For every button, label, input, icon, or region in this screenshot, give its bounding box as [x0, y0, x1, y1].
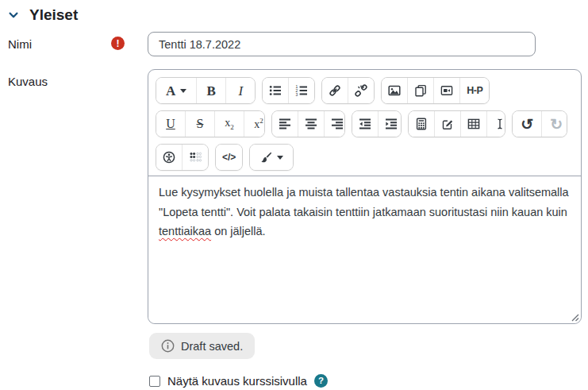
info-circle-icon: [161, 339, 175, 353]
align-right-icon: [331, 118, 344, 130]
atto-toolbar: A B I: [148, 70, 581, 171]
font-family-button[interactable]: A: [156, 78, 197, 103]
group-undo-redo: ↺ ↻: [512, 110, 567, 137]
clear-formatting-button[interactable]: [487, 111, 506, 137]
required-icon[interactable]: !: [111, 37, 125, 50]
resize-handle[interactable]: [571, 313, 579, 322]
toolbar-row-2: U S x2 x2: [156, 110, 574, 137]
editor-content-area[interactable]: Lue kysymykset huolella ja muista tallen…: [148, 176, 581, 323]
record-media-button[interactable]: [434, 78, 460, 103]
group-styles: [249, 144, 294, 171]
atto-editor: A B I: [148, 69, 582, 324]
chevron-down-icon: [180, 89, 186, 93]
svg-text:3: 3: [296, 92, 298, 97]
group-align: [271, 110, 345, 137]
paintbrush-icon: [259, 151, 272, 164]
group-accessibility: [156, 144, 209, 171]
name-input[interactable]: [148, 32, 536, 56]
media-documents-icon: [414, 84, 427, 97]
align-left-button[interactable]: [272, 111, 298, 137]
show-description-label: Näytä kuvaus kurssisivulla: [167, 374, 307, 388]
align-center-icon: [305, 118, 317, 130]
h5p-icon: H-P: [467, 86, 482, 96]
undo-button[interactable]: ↺: [513, 111, 542, 137]
strikethrough-icon: S: [192, 118, 208, 130]
name-label-cell: Nimi !: [0, 32, 148, 51]
outdent-icon: [359, 118, 371, 130]
superscript-icon: x2: [251, 118, 265, 130]
description-label: Kuvaus: [8, 75, 48, 88]
record-video-icon: [440, 84, 453, 97]
equation-button[interactable]: [409, 111, 435, 137]
accessibility-checker-button[interactable]: [156, 145, 183, 170]
undo-icon: ↺: [519, 117, 535, 132]
group-insert: [408, 110, 506, 137]
underline-icon: U: [163, 118, 179, 130]
misspelled-word: tenttiaikaa: [159, 225, 211, 237]
unlink-icon: [355, 84, 367, 97]
edit-square-icon: [441, 118, 454, 130]
toolbar-row-3: </>: [156, 144, 574, 171]
h5p-button[interactable]: H-P: [460, 78, 489, 103]
chevron-down-icon: [277, 156, 283, 160]
ordered-list-icon: 123: [295, 84, 308, 97]
insert-media-button[interactable]: [408, 78, 434, 103]
group-lists: 123: [262, 77, 315, 104]
name-label: Nimi: [8, 37, 32, 51]
accessibility-icon: [163, 151, 175, 164]
subscript-icon: x2: [221, 118, 237, 131]
draft-saved-text: Draft saved.: [181, 340, 243, 353]
screenreader-helper-button[interactable]: [183, 145, 208, 170]
help-icon[interactable]: ?: [314, 374, 328, 388]
superscript-button[interactable]: x2: [244, 111, 265, 137]
outdent-button[interactable]: [352, 111, 379, 137]
toolbar-row-1: A B I: [156, 77, 574, 104]
font-family-icon: A: [166, 84, 175, 98]
show-description-checkbox[interactable]: [149, 376, 160, 387]
link-icon: [329, 84, 341, 97]
unlink-button[interactable]: [348, 78, 374, 103]
ordered-list-button[interactable]: 123: [289, 78, 314, 103]
html-code-button[interactable]: </>: [216, 145, 242, 170]
chevron-down-icon[interactable]: [8, 10, 19, 21]
underline-button[interactable]: U: [156, 111, 186, 137]
braille-dots-icon: [189, 151, 202, 164]
align-right-button[interactable]: [325, 111, 345, 137]
group-text-format: U S x2 x2: [156, 110, 265, 137]
indent-button[interactable]: [379, 111, 401, 137]
group-font-style: A B I: [156, 77, 256, 104]
description-text: Lue kysymykset huolella ja muista tallen…: [159, 183, 571, 241]
html-code-icon: </>: [222, 153, 236, 162]
redo-icon: ↻: [548, 117, 564, 132]
styles-button[interactable]: [250, 145, 293, 170]
form-row-name: Nimi !: [0, 32, 588, 56]
form-row-description: Kuvaus A B I: [0, 69, 588, 324]
text-cursor-icon: [494, 118, 506, 130]
indent-icon: [385, 118, 398, 130]
table-button[interactable]: [461, 111, 487, 137]
special-character-button[interactable]: [435, 111, 461, 137]
link-button[interactable]: [322, 78, 348, 103]
image-icon: [388, 84, 401, 97]
italic-button[interactable]: I: [226, 78, 255, 103]
group-indent: [352, 110, 401, 137]
subscript-button[interactable]: x2: [215, 111, 244, 137]
redo-button[interactable]: ↻: [542, 111, 567, 137]
unordered-list-icon: [269, 84, 282, 97]
draft-saved-notice: Draft saved.: [149, 333, 255, 359]
align-center-button[interactable]: [298, 111, 325, 137]
align-left-icon: [279, 118, 291, 130]
section-title[interactable]: Yleiset: [29, 6, 78, 24]
unordered-list-button[interactable]: [263, 78, 289, 103]
table-icon: [467, 118, 480, 130]
show-description-row: Näytä kuvaus kurssisivulla ?: [149, 374, 588, 388]
description-label-cell: Kuvaus: [0, 69, 148, 88]
section-header-yleiset[interactable]: Yleiset: [0, 0, 588, 24]
group-media: H-P: [381, 77, 490, 104]
strikethrough-button[interactable]: S: [186, 111, 215, 137]
group-html: </>: [215, 144, 243, 171]
insert-image-button[interactable]: [382, 78, 408, 103]
bold-button[interactable]: B: [197, 78, 226, 103]
equation-calculator-icon: [415, 118, 428, 130]
group-links: [321, 77, 375, 104]
